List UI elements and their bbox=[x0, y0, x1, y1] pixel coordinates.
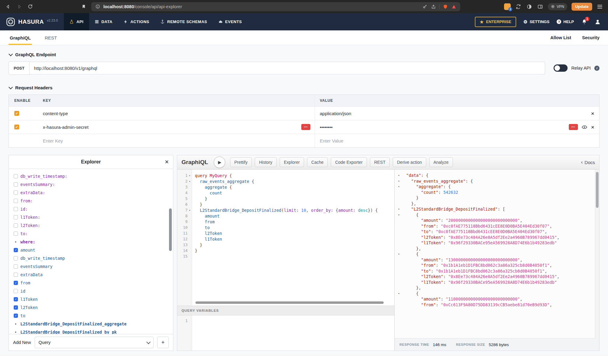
checkbox-unchecked[interactable] bbox=[14, 174, 18, 178]
checkbox-checked[interactable]: ✓ bbox=[14, 248, 18, 252]
endpoint-section-header[interactable]: GraphQL Endpoint bbox=[9, 52, 599, 57]
header-value-input[interactable]: application/json bbox=[320, 111, 351, 116]
nav-item-data[interactable]: DATA bbox=[89, 13, 118, 30]
share-icon[interactable] bbox=[431, 4, 436, 9]
settings-link[interactable]: ⚙SETTINGS bbox=[523, 19, 549, 25]
notifications-button[interactable]: 1 bbox=[581, 19, 587, 25]
admin-secret-options-badge[interactable]: ••• bbox=[301, 124, 310, 130]
explorer-item-l2Token[interactable]: ✓l2Token bbox=[14, 303, 173, 311]
checkbox-unchecked[interactable] bbox=[14, 182, 18, 187]
header-enable-checkbox[interactable]: ✓ bbox=[14, 125, 19, 129]
explorer-item-where[interactable]: ▸where: bbox=[14, 238, 173, 246]
explorer-item-id[interactable]: id bbox=[14, 287, 173, 295]
new-value-input[interactable]: Enter Value bbox=[320, 138, 343, 143]
security-link[interactable]: Security bbox=[582, 35, 599, 40]
explorer-item-l2Token[interactable]: l2Token: bbox=[14, 221, 173, 229]
cache-button[interactable]: Cache bbox=[307, 157, 328, 167]
endpoint-url-input[interactable]: http://localhost:8080/v1/graphql bbox=[29, 62, 545, 74]
query-editor[interactable]: 1▾query MyQuery {2▾ raw_events_aggregate… bbox=[177, 170, 394, 306]
checkbox-checked[interactable]: ✓ bbox=[14, 305, 18, 310]
checkbox-checked[interactable]: ✓ bbox=[14, 314, 18, 318]
explorer-item-db_write_timestamp[interactable]: db_write_timestamp: bbox=[14, 172, 173, 180]
site-info-icon[interactable] bbox=[95, 4, 100, 9]
operation-type-select[interactable]: Query bbox=[35, 337, 154, 348]
relay-api-toggle[interactable] bbox=[554, 64, 568, 72]
explorer-item-id[interactable]: id: bbox=[14, 205, 173, 213]
query-variables-header[interactable]: QUERY VARIABLES bbox=[177, 306, 394, 315]
explorer-item-l1Token[interactable]: ✓l1Token bbox=[14, 295, 173, 303]
http-method-button[interactable]: POST bbox=[9, 61, 29, 75]
explorer-item-l1Token[interactable]: l1Token: bbox=[14, 213, 173, 221]
expand-arrow-icon[interactable]: ▸ bbox=[14, 322, 18, 326]
address-bar[interactable]: localhost:8080/console/api/api-explorer bbox=[91, 2, 460, 11]
reload-icon[interactable] bbox=[27, 3, 33, 10]
vpn-badge[interactable]: VPN bbox=[548, 3, 567, 10]
checkbox-unchecked[interactable] bbox=[14, 207, 18, 211]
explorer-item-from[interactable]: from: bbox=[14, 197, 173, 205]
forward-icon[interactable] bbox=[16, 3, 22, 10]
enterprise-button[interactable]: ★ENTERPRISE bbox=[475, 17, 516, 27]
explorer-item-L2StandardBridge_DepositFinalized_aggregate[interactable]: ▸L2StandardBridge_DepositFinalized_aggre… bbox=[14, 320, 173, 328]
remove-header-icon[interactable]: × bbox=[591, 111, 594, 116]
explorer-item-amount[interactable]: ✓amount bbox=[14, 246, 173, 254]
help-link[interactable]: ?HELP bbox=[557, 19, 574, 24]
expand-arrow-icon[interactable]: ▸ bbox=[14, 240, 18, 244]
code-exporter-button[interactable]: Code Exporter bbox=[331, 157, 367, 167]
bookmark-icon[interactable] bbox=[80, 3, 87, 10]
reveal-value-icon[interactable] bbox=[582, 124, 587, 130]
hasura-logo[interactable]: HASURA v2.23.0 bbox=[4, 13, 64, 30]
explorer-item-eventsSummary[interactable]: eventsSummary: bbox=[14, 180, 173, 188]
docs-link[interactable]: ‹Docs bbox=[581, 159, 595, 165]
checkbox-unchecked[interactable] bbox=[14, 289, 18, 293]
expand-arrow-icon[interactable]: ▸ bbox=[14, 330, 18, 334]
derive-action-button[interactable]: Derive action bbox=[393, 157, 426, 167]
checkbox-unchecked[interactable] bbox=[14, 256, 18, 260]
scrollbar-thumb[interactable] bbox=[596, 172, 599, 208]
checkbox-checked[interactable]: ✓ bbox=[14, 281, 18, 285]
nav-item-actions[interactable]: ACTIONS bbox=[118, 13, 155, 30]
analyze-button[interactable]: Analyze bbox=[429, 157, 453, 167]
tab-graphiql[interactable]: GraphiQL bbox=[9, 30, 32, 45]
extension-icon[interactable]: 1 bbox=[504, 3, 511, 10]
new-key-input[interactable]: Enter Key bbox=[43, 138, 63, 143]
add-operation-button[interactable]: + bbox=[157, 337, 169, 348]
explorer-button[interactable]: Explorer bbox=[280, 157, 304, 167]
explorer-item-extraData[interactable]: extraData bbox=[14, 270, 173, 279]
checkbox-unchecked[interactable] bbox=[14, 191, 18, 195]
nav-item-remote-schemas[interactable]: REMOTE SCHEMAS bbox=[155, 13, 213, 30]
explorer-close-icon[interactable]: × bbox=[165, 158, 169, 166]
user-menu-button[interactable] bbox=[595, 19, 601, 25]
explorer-item-to[interactable]: to: bbox=[14, 229, 173, 238]
checkbox-unchecked[interactable] bbox=[14, 273, 18, 277]
response-scrollbar[interactable] bbox=[595, 170, 599, 338]
prettify-button[interactable]: Prettify bbox=[230, 157, 252, 167]
checkbox-unchecked[interactable] bbox=[14, 264, 18, 269]
explorer-scrollbar[interactable] bbox=[169, 208, 172, 251]
info-icon[interactable]: i bbox=[594, 66, 599, 71]
request-headers-section-header[interactable]: Request Headers bbox=[9, 85, 599, 90]
header-enable-checkbox[interactable]: ✓ bbox=[14, 111, 19, 116]
key-icon[interactable] bbox=[422, 4, 428, 9]
rest-button[interactable]: REST bbox=[370, 157, 390, 167]
warning-icon[interactable] bbox=[451, 4, 457, 9]
checkbox-unchecked[interactable] bbox=[14, 199, 18, 203]
execute-query-button[interactable]: ▶ bbox=[214, 156, 225, 168]
header-key-input[interactable]: content-type bbox=[43, 111, 68, 116]
explorer-item-extraData[interactable]: extraData: bbox=[14, 188, 173, 197]
explorer-item-from[interactable]: ✓from bbox=[14, 279, 173, 287]
history-button[interactable]: History bbox=[255, 157, 277, 167]
tab-rest[interactable]: REST bbox=[43, 30, 58, 45]
explorer-item-L2StandardBridge_DepositFinalized_by_pk[interactable]: ▸L2StandardBridge_DepositFinalized_by_pk bbox=[14, 328, 173, 334]
checkbox-unchecked[interactable] bbox=[14, 232, 18, 236]
menu-icon[interactable] bbox=[596, 3, 603, 10]
explorer-item-db_write_timestamp[interactable]: db_write_timestamp bbox=[14, 254, 173, 262]
checkbox-unchecked[interactable] bbox=[14, 215, 18, 219]
checkbox-checked[interactable]: ✓ bbox=[14, 297, 18, 301]
allow-list-link[interactable]: Allow List bbox=[550, 35, 571, 40]
query-variables-editor[interactable]: 1 bbox=[177, 315, 394, 351]
contrast-icon[interactable] bbox=[526, 3, 533, 10]
explorer-item-to[interactable]: ✓to bbox=[14, 311, 173, 320]
back-icon[interactable] bbox=[5, 3, 12, 10]
header-value-input[interactable]: •••••••• bbox=[320, 125, 333, 130]
checkbox-unchecked[interactable] bbox=[14, 223, 18, 228]
